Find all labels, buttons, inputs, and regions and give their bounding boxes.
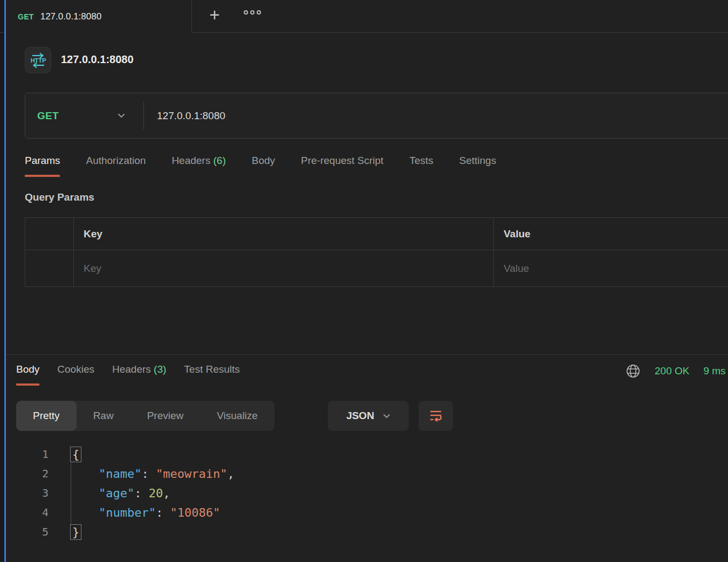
view-tab-visualize[interactable]: Visualize xyxy=(200,401,274,431)
value-input[interactable]: Value xyxy=(494,250,728,286)
line-content: } xyxy=(49,525,81,539)
more-options-button[interactable] xyxy=(244,9,261,16)
query-params-heading: Query Params xyxy=(25,191,94,203)
request-tab-active[interactable]: GET 127.0.0.1:8080 xyxy=(6,0,192,33)
value-column-header: Value xyxy=(494,218,728,250)
token-brace: } xyxy=(70,524,81,540)
response-tab-test-results[interactable]: Test Results xyxy=(184,364,239,386)
line-content: "name": "meowrain", xyxy=(49,467,235,481)
tab-label: Cookies xyxy=(57,364,94,375)
tab-label: Body xyxy=(16,364,39,375)
key-input[interactable]: Key xyxy=(74,250,494,286)
http-arrows-icon: HTTP xyxy=(29,51,47,70)
chevron-down-icon xyxy=(118,113,125,118)
token-num: 20 xyxy=(149,486,163,500)
tab-label: Pre-request Script xyxy=(301,155,383,166)
request-tabs: ParamsAuthorizationHeaders (6)BodyPre-re… xyxy=(25,155,496,177)
plus-icon: + xyxy=(209,6,219,24)
method-dropdown[interactable]: GET xyxy=(25,93,143,138)
wrap-lines-button[interactable] xyxy=(418,401,453,431)
line-number: 2 xyxy=(0,467,49,480)
line-number: 4 xyxy=(0,506,49,519)
token-key: "number" xyxy=(99,506,156,519)
token-punct: : xyxy=(141,467,156,481)
tab-label: Params xyxy=(25,155,60,166)
token-ws xyxy=(70,467,99,481)
query-params-table: Key Value Key Value xyxy=(25,217,728,287)
request-tab-settings[interactable]: Settings xyxy=(459,155,497,177)
response-meta: 200 OK 9 ms xyxy=(626,364,726,379)
line-content: "age": 20, xyxy=(49,486,170,500)
tab-count: (6) xyxy=(213,155,225,166)
line-wrap-icon xyxy=(428,408,443,423)
key-column-header: Key xyxy=(74,218,494,250)
line-number: 5 xyxy=(0,525,49,538)
ellipsis-icon xyxy=(244,10,248,15)
response-body-editor[interactable]: 1{2 "name": "meowrain",3 "age": 20,4 "nu… xyxy=(0,444,728,542)
table-header-row: Key Value xyxy=(25,218,728,250)
network-globe-icon[interactable] xyxy=(626,364,641,379)
token-punct: , xyxy=(163,486,170,500)
response-tabs: BodyCookiesHeaders (3)Test Results xyxy=(16,364,240,386)
response-tab-body[interactable]: Body xyxy=(16,364,39,386)
tab-title: 127.0.0.1:8080 xyxy=(40,11,101,22)
code-line: 1{ xyxy=(0,444,728,464)
request-tab-pre-request-script[interactable]: Pre-request Script xyxy=(301,155,383,177)
response-tab-cookies[interactable]: Cookies xyxy=(57,364,94,386)
tab-label: Tests xyxy=(409,155,433,166)
chevron-down-icon xyxy=(383,414,390,419)
pane-resize-handle[interactable] xyxy=(4,0,6,562)
view-tab-raw[interactable]: Raw xyxy=(77,401,131,431)
token-punct: : xyxy=(134,486,149,500)
tab-label: Headers xyxy=(171,155,210,166)
table-row: Key Value xyxy=(25,250,728,286)
indent-guide xyxy=(71,463,71,525)
request-tab-tests[interactable]: Tests xyxy=(409,155,433,177)
tab-label: Headers xyxy=(112,364,151,375)
row-select-cell[interactable] xyxy=(25,250,74,286)
token-str: "10086" xyxy=(170,506,220,519)
view-tab-pretty[interactable]: Pretty xyxy=(16,401,77,431)
format-value: JSON xyxy=(346,410,374,422)
token-ws xyxy=(70,486,99,500)
response-time: 9 ms xyxy=(703,365,725,377)
request-title: 127.0.0.1:8080 xyxy=(61,53,134,66)
response-view-tabs: PrettyRawPreviewVisualize xyxy=(16,401,274,431)
token-str: "meowrain" xyxy=(156,467,227,481)
tab-label: Body xyxy=(252,155,275,166)
tab-method-label: GET xyxy=(18,12,34,21)
token-punct: : xyxy=(156,506,170,519)
status-badge: 200 OK xyxy=(655,365,689,377)
format-dropdown[interactable]: JSON xyxy=(328,401,409,431)
request-tab-params[interactable]: Params xyxy=(25,155,60,177)
line-number: 1 xyxy=(0,448,49,461)
url-bar: GET 127.0.0.1:8080 xyxy=(25,93,728,139)
code-line: 3 "age": 20, xyxy=(0,483,728,503)
svg-text:HTTP: HTTP xyxy=(30,57,46,64)
request-tab-body[interactable]: Body xyxy=(252,155,275,177)
token-punct: , xyxy=(227,467,234,481)
code-line: 5} xyxy=(0,522,728,542)
http-protocol-icon: HTTP xyxy=(25,47,51,73)
token-key: "age" xyxy=(99,486,134,500)
tab-label: Authorization xyxy=(86,155,146,166)
tab-label: Test Results xyxy=(184,364,239,375)
url-input[interactable]: 127.0.0.1:8080 xyxy=(144,93,728,138)
row-select-header-cell xyxy=(25,218,74,250)
method-value: GET xyxy=(37,110,59,122)
code-line: 4 "number": "10086" xyxy=(0,503,728,522)
response-tab-headers[interactable]: Headers (3) xyxy=(112,364,166,386)
request-tab-authorization[interactable]: Authorization xyxy=(86,155,146,177)
add-tab-button[interactable]: + xyxy=(205,2,224,27)
response-section-divider xyxy=(6,354,728,355)
line-content: "number": "10086" xyxy=(49,506,220,519)
token-brace: { xyxy=(70,447,81,462)
token-ws xyxy=(70,506,99,519)
code-line: 2 "name": "meowrain", xyxy=(0,464,728,483)
tab-count: (3) xyxy=(154,364,166,375)
request-tab-headers[interactable]: Headers (6) xyxy=(171,155,225,177)
token-key: "name" xyxy=(99,467,141,481)
tab-label: Settings xyxy=(459,155,497,166)
view-tab-preview[interactable]: Preview xyxy=(131,401,201,431)
line-number: 3 xyxy=(0,486,49,499)
